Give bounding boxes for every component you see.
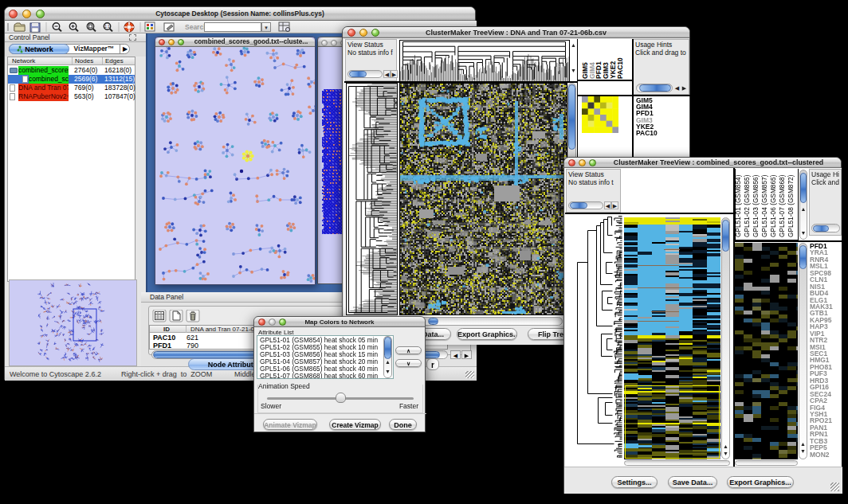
svg-text:1:1: 1:1 (104, 24, 110, 29)
